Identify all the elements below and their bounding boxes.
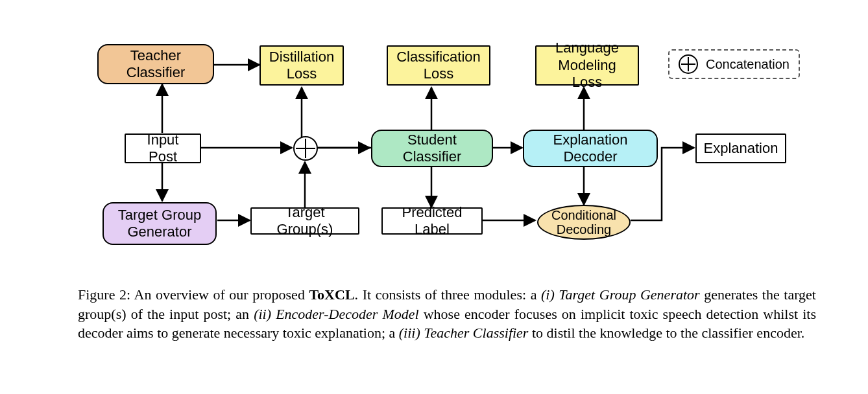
figure-caption: Figure 2: An overview of our proposed To…	[78, 285, 816, 343]
explanation-decoder-node: Explanation Decoder	[523, 130, 658, 167]
distillation-loss-node: Distillation Loss	[259, 45, 344, 86]
caption-iii-text: to distil the knowledge to the classifie…	[528, 325, 804, 341]
classification-loss-label: Classification Loss	[393, 49, 484, 83]
distillation-loss-label: Distillation Loss	[266, 49, 337, 83]
caption-module-ii: (ii) Encoder-Decoder Model	[254, 306, 418, 322]
caption-prefix: Figure 2:	[78, 286, 130, 303]
legend-concatenation: Concatenation	[668, 49, 800, 79]
teacher-classifier-node: Teacher Classifier	[97, 44, 214, 84]
student-classifier-label: Student Classifier	[378, 132, 487, 166]
student-classifier-node: Student Classifier	[371, 130, 493, 167]
target-group-generator-label: Target Group Generator	[109, 207, 210, 241]
teacher-classifier-label: Teacher Classifier	[104, 47, 208, 82]
explanation-node: Explanation	[695, 133, 786, 163]
conditional-decoding-node: Conditional Decoding	[537, 205, 631, 240]
legend-concat-label: Concatenation	[706, 57, 790, 72]
caption-module-i: (i) Target Group Generator	[541, 286, 700, 303]
predicted-label-node: Predicted Label	[381, 207, 483, 235]
classification-loss-node: Classification Loss	[387, 45, 490, 86]
lm-loss-label: Language Modeling Loss	[542, 40, 633, 91]
diagram-canvas: Teacher Classifier Distillation Loss Cla…	[0, 0, 868, 394]
predicted-label-label: Predicted Label	[388, 204, 476, 238]
target-groups-label: Target Group(s)	[257, 204, 353, 238]
input-post-node: Input Post	[125, 133, 201, 163]
explanation-decoder-label: Explanation Decoder	[529, 132, 651, 166]
target-groups-node: Target Group(s)	[250, 207, 359, 235]
target-group-generator-node: Target Group Generator	[102, 202, 217, 245]
input-post-label: Input Post	[131, 132, 195, 166]
caption-lead: An overview of our proposed	[130, 286, 309, 303]
caption-module-iii: (iii) Teacher Classifier	[399, 325, 529, 341]
concat-node	[293, 136, 318, 161]
conditional-decoding-label: Conditional Decoding	[538, 208, 629, 237]
explanation-label: Explanation	[704, 140, 778, 157]
lm-loss-node: Language Modeling Loss	[535, 45, 639, 86]
caption-after-model: . It consists of three modules: a	[355, 286, 541, 303]
concat-icon	[679, 54, 698, 74]
caption-model-name: ToXCL	[309, 286, 354, 303]
